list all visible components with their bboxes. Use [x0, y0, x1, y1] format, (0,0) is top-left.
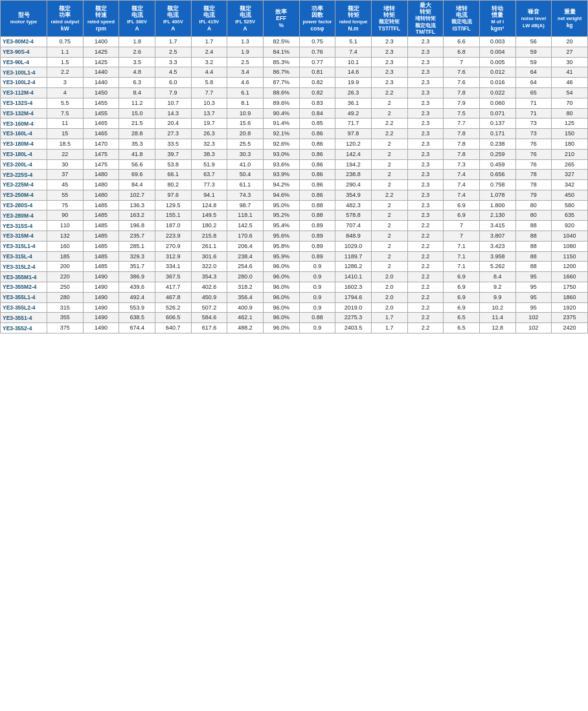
data-cell: 74.3	[227, 190, 264, 200]
data-cell: 36.1	[335, 98, 372, 108]
data-cell: 7.4	[444, 170, 480, 180]
data-cell: 102.7	[119, 190, 155, 200]
table-row: YE3-180L-422147541.839.738.330.393.0%0.8…	[1, 149, 588, 159]
data-cell: 2.2	[407, 251, 444, 262]
data-cell: 25.5	[227, 139, 264, 149]
data-cell: 7.8	[444, 139, 480, 149]
data-cell: 56	[515, 36, 552, 47]
data-cell: 526.2	[155, 302, 191, 313]
col-rated-torque: 额定转矩rated torqueN.m	[335, 1, 372, 37]
data-cell: 150	[552, 129, 588, 139]
data-cell: 0.005	[479, 57, 515, 67]
data-cell: 223.9	[155, 231, 191, 242]
motor-model-cell: YE3-90S-4	[1, 47, 47, 57]
data-cell: 1029.0	[335, 241, 372, 251]
data-cell: 13.7	[191, 108, 227, 119]
data-cell: 7.7	[444, 119, 480, 129]
data-cell: 51.9	[191, 159, 227, 170]
data-cell: 2	[371, 159, 407, 170]
data-cell: 492.4	[119, 292, 155, 302]
data-cell: 1475	[83, 149, 119, 159]
table-row: YE3-280S-4751485136.3129.5124.898.795.0%…	[1, 200, 588, 210]
data-cell: 640.7	[155, 323, 191, 333]
data-cell: 185	[47, 251, 84, 262]
table-row: YE3-90L-41.514253.53.33.22.585.3%0.7710.…	[1, 57, 588, 67]
data-cell: 254.6	[227, 262, 264, 272]
col-rated-power: 额定功率rated outputkW	[47, 1, 84, 37]
data-cell: 367.5	[155, 272, 191, 282]
data-cell: 2.0	[371, 292, 407, 302]
data-cell: 1455	[83, 98, 119, 108]
data-cell: 0.75	[299, 36, 335, 47]
data-cell: 375	[47, 323, 84, 333]
data-cell: 4	[47, 87, 84, 98]
data-cell: 95.8%	[263, 241, 299, 251]
data-cell: 97.8	[335, 129, 372, 139]
data-cell: 507.2	[191, 302, 227, 313]
data-cell: 6.5	[444, 313, 480, 323]
data-cell: 1150	[552, 251, 588, 262]
data-cell: 69.6	[119, 170, 155, 180]
motor-table-container: 型号motor type 额定功率rated outputkW 额定转速rate…	[0, 0, 588, 333]
motor-model-cell: YE3-180L-4	[1, 149, 47, 159]
data-cell: 2.3	[371, 36, 407, 47]
data-cell: 2.3	[407, 36, 444, 47]
data-cell: 2.0	[371, 282, 407, 293]
data-cell: 66.1	[155, 170, 191, 180]
data-cell: 0.9	[299, 272, 335, 282]
table-row: YE3-100L2-4314406.36.05.84.687.7%0.8219.…	[1, 78, 588, 88]
data-cell: 11	[47, 119, 84, 129]
data-cell: 6.1	[227, 87, 264, 98]
data-cell: 22	[47, 149, 84, 159]
data-cell: 1455	[83, 108, 119, 119]
data-cell: 2.3	[407, 47, 444, 57]
data-cell: 125	[552, 119, 588, 129]
data-cell: 6.5	[444, 323, 480, 333]
data-cell: 439.6	[119, 282, 155, 293]
data-cell: 6.9	[444, 200, 480, 210]
data-cell: 79	[515, 190, 552, 200]
data-cell: 0.75	[47, 36, 84, 47]
data-cell: 638.5	[119, 313, 155, 323]
data-cell: 2	[371, 108, 407, 119]
data-cell: 10.3	[191, 98, 227, 108]
data-cell: 1.078	[479, 190, 515, 200]
col-ifl-400: 额定电流IFL 400VA	[155, 1, 191, 37]
data-cell: 235.7	[119, 231, 155, 242]
data-cell: 132	[47, 231, 84, 242]
motor-model-cell: YE3-355M1-4	[1, 272, 47, 282]
data-cell: 124.8	[191, 200, 227, 210]
data-cell: 102	[515, 323, 552, 333]
data-cell: 1.7	[371, 323, 407, 333]
data-cell: 6.9	[444, 302, 480, 313]
data-cell: 2.3	[407, 200, 444, 210]
data-cell: 7	[444, 231, 480, 242]
data-cell: 5.262	[479, 262, 515, 272]
data-cell: 9.2	[479, 282, 515, 293]
data-cell: 265	[552, 159, 588, 170]
data-cell: 2.3	[407, 170, 444, 180]
motor-model-cell: YE3-80M2-4	[1, 36, 47, 47]
data-cell: 2	[371, 231, 407, 242]
table-row: YE3-315M-41321485235.7223.9215.8170.695.…	[1, 231, 588, 242]
data-cell: 160	[47, 241, 84, 251]
data-cell: 88	[515, 221, 552, 231]
data-cell: 10.9	[227, 108, 264, 119]
data-cell: 11.2	[119, 98, 155, 108]
data-cell: 0.86	[299, 129, 335, 139]
data-cell: 76	[515, 159, 552, 170]
data-cell: 97.6	[155, 190, 191, 200]
data-cell: 280.0	[227, 272, 264, 282]
data-cell: 49.2	[335, 108, 372, 119]
data-cell: 7.6	[444, 67, 480, 78]
data-cell: 37	[47, 170, 84, 180]
table-row: YE3-250M-4551480102.797.694.174.394.6%0.…	[1, 190, 588, 200]
data-cell: 2.6	[119, 47, 155, 57]
data-cell: 88.6%	[263, 87, 299, 98]
data-cell: 4.6	[227, 78, 264, 88]
data-cell: 98.7	[227, 200, 264, 210]
data-cell: 64	[515, 67, 552, 78]
data-cell: 1.7	[371, 313, 407, 323]
data-cell: 2275.3	[335, 313, 372, 323]
data-cell: 206.4	[227, 241, 264, 251]
